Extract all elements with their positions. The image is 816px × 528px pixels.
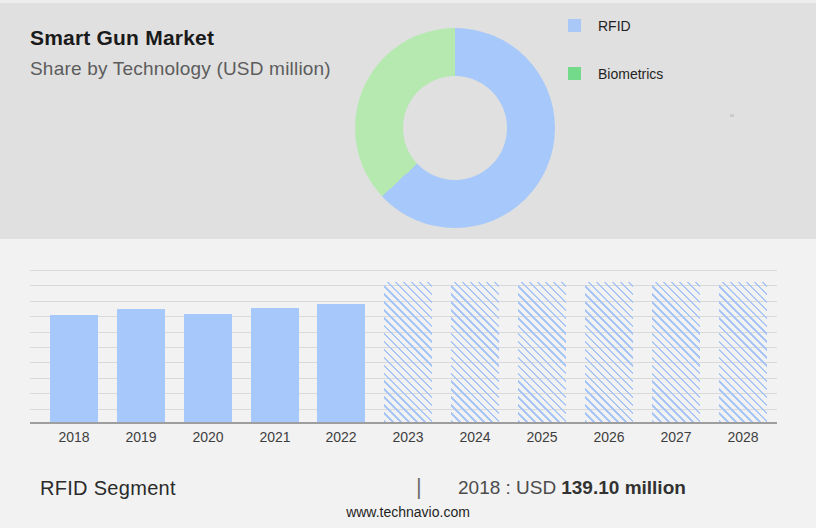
bar-2021 bbox=[251, 308, 299, 422]
rfid-color-swatch bbox=[568, 19, 581, 32]
donut-hole bbox=[403, 76, 507, 180]
bar-2020 bbox=[184, 314, 232, 422]
value-prefix: 2018 : USD bbox=[458, 477, 556, 498]
x-tick-label-2027: 2027 bbox=[643, 429, 709, 445]
market-infographic: Smart Gun Market Share by Technology (US… bbox=[0, 0, 816, 528]
x-tick-label-2019: 2019 bbox=[108, 429, 174, 445]
x-tick-label-2025: 2025 bbox=[509, 429, 575, 445]
forecast-bar-2027 bbox=[652, 282, 700, 422]
x-tick-label-2020: 2020 bbox=[175, 429, 241, 445]
chart-legend: RFID Biometrics bbox=[568, 17, 663, 113]
bar-2022 bbox=[317, 304, 365, 422]
website-url: www.technavio.com bbox=[0, 504, 816, 520]
value-bold: 139.10 million bbox=[561, 477, 686, 498]
donut-chart bbox=[355, 28, 555, 228]
x-tick-label-2021: 2021 bbox=[242, 429, 308, 445]
page-title: Smart Gun Market bbox=[30, 26, 214, 50]
forecast-bar-2025 bbox=[518, 282, 566, 422]
x-tick-label-2026: 2026 bbox=[576, 429, 642, 445]
artifact-speck bbox=[730, 114, 734, 117]
top-edge-strip bbox=[0, 0, 816, 3]
gridline bbox=[30, 270, 777, 271]
bar-2019 bbox=[117, 309, 165, 422]
x-tick-label-2018: 2018 bbox=[41, 429, 107, 445]
legend-label-rfid: RFID bbox=[598, 18, 631, 34]
forecast-bar-2026 bbox=[585, 282, 633, 422]
forecast-bar-2028 bbox=[719, 282, 767, 422]
legend-item-rfid: RFID bbox=[568, 17, 663, 34]
bar-2018 bbox=[50, 315, 98, 422]
header-section: Smart Gun Market Share by Technology (US… bbox=[0, 0, 816, 239]
page-subtitle: Share by Technology (USD million) bbox=[30, 58, 331, 80]
highlight-value: 2018 : USD139.10 million bbox=[458, 477, 686, 499]
footer-separator: | bbox=[416, 474, 422, 500]
biometrics-color-swatch bbox=[568, 67, 581, 80]
x-axis-line bbox=[30, 422, 777, 424]
legend-label-biometrics: Biometrics bbox=[598, 66, 663, 82]
forecast-bar-2023 bbox=[384, 282, 432, 422]
x-tick-label-2024: 2024 bbox=[442, 429, 508, 445]
forecast-bar-2024 bbox=[451, 282, 499, 422]
segment-label: RFID Segment bbox=[40, 477, 176, 500]
bar-plot: 2018201920202021202220232024202520262027… bbox=[30, 270, 777, 424]
x-tick-label-2023: 2023 bbox=[375, 429, 441, 445]
legend-item-biometrics: Biometrics bbox=[568, 65, 663, 82]
bar-chart-section: 2018201920202021202220232024202520262027… bbox=[0, 239, 816, 528]
x-tick-label-2022: 2022 bbox=[308, 429, 374, 445]
x-tick-label-2028: 2028 bbox=[710, 429, 776, 445]
